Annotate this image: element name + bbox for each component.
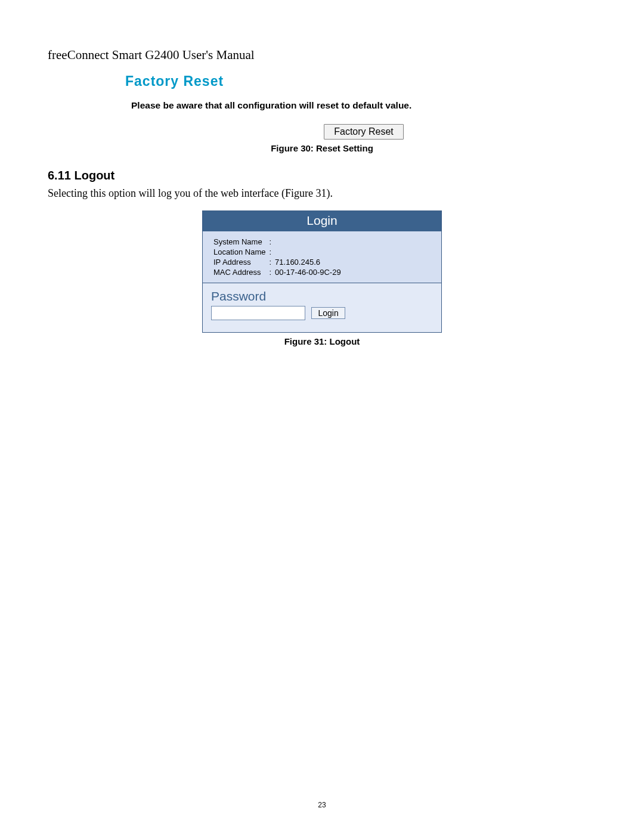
password-input[interactable] <box>211 306 305 320</box>
login-info-block: System Name : Location Name : IP Address… <box>203 231 441 283</box>
password-label: Password <box>211 289 433 304</box>
factory-reset-title: Factory Reset <box>125 73 507 89</box>
ip-address-value: 71.160.245.6 <box>274 258 342 267</box>
mac-address-value: 00-17-46-00-9C-29 <box>274 268 342 277</box>
factory-reset-figure: Factory Reset Please be aware that all c… <box>125 73 507 140</box>
login-panel-header: Login <box>203 211 441 231</box>
location-name-label: Location Name <box>212 247 267 256</box>
figure-31-caption: Figure 31: Logout <box>48 336 596 346</box>
section-body-logout: Selecting this option will log you of th… <box>48 187 596 200</box>
figure-30-caption: Figure 30: Reset Setting <box>48 143 596 153</box>
factory-reset-warning: Please be aware that all configuration w… <box>131 100 507 111</box>
system-name-label: System Name <box>212 237 267 246</box>
mac-address-label: MAC Address <box>212 268 267 277</box>
system-name-value <box>274 237 342 246</box>
login-form: Password Login <box>203 283 441 332</box>
location-name-value <box>274 247 342 256</box>
document-header: freeConnect Smart G2400 User's Manual <box>48 48 596 63</box>
section-heading-logout: 6.11 Logout <box>48 169 596 182</box>
ip-address-label: IP Address <box>212 258 267 267</box>
factory-reset-button[interactable]: Factory Reset <box>324 124 404 140</box>
login-button[interactable]: Login <box>311 307 345 319</box>
login-panel: Login System Name : Location Name : IP A… <box>202 210 442 333</box>
page-number: 23 <box>0 801 644 809</box>
